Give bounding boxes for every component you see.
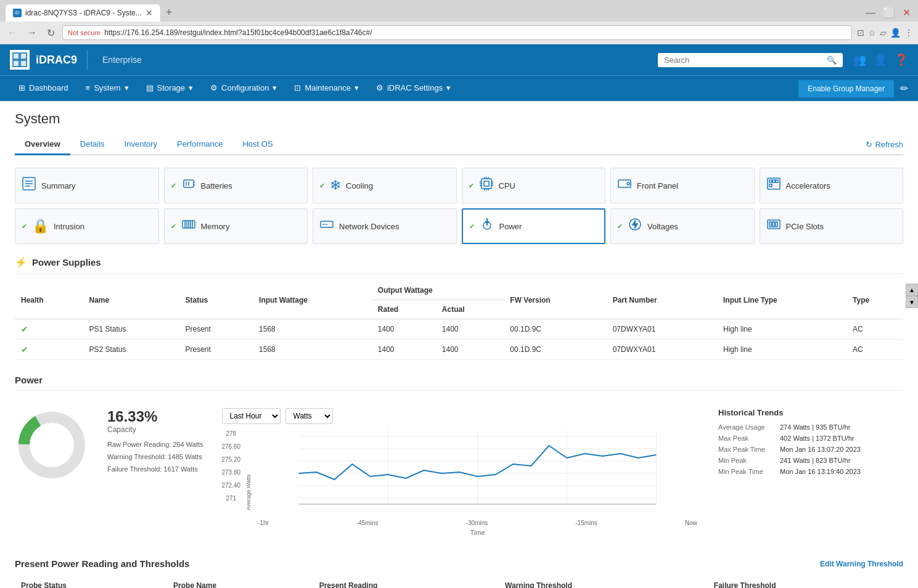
- edit-warning-threshold-link[interactable]: Edit Warning Threshold: [820, 560, 903, 568]
- nav-dashboard[interactable]: ⊞ Dashboard: [10, 76, 77, 102]
- svg-rect-51: [776, 222, 777, 227]
- ps2-input-wattage: 1568: [253, 340, 372, 360]
- col-input-line-type: Input Line Type: [717, 281, 846, 319]
- x-tick-45mins: -45mins: [356, 520, 379, 526]
- bookmark-icon[interactable]: ☆: [868, 28, 876, 38]
- cpu-tile-label: CPU: [499, 181, 515, 190]
- nav-configuration[interactable]: ⚙ Configuration ▾: [202, 76, 285, 102]
- tile-cooling[interactable]: ✔ ❄ Cooling: [313, 168, 457, 203]
- col-status: Status: [179, 281, 253, 319]
- time-range-select[interactable]: Last Hour Last Day Last Week: [222, 408, 281, 424]
- trend-row-max-time: Max Peak Time Mon Jan 16 13:07:20 2023: [718, 446, 903, 453]
- tile-voltages[interactable]: ✔ Voltages: [610, 208, 755, 244]
- memory-check-icon: ✔: [171, 223, 176, 231]
- trend-row-min: Min Peak 241 Watts | 823 BTU/hr: [718, 457, 903, 464]
- tab-favicon: iD: [13, 9, 22, 17]
- help-icon[interactable]: ❓: [895, 53, 908, 67]
- ps1-status: Present: [179, 319, 253, 340]
- tab-overview[interactable]: Overview: [15, 134, 70, 155]
- power-section: Power 16.33% Capacity Raw Power Reading:…: [15, 375, 903, 546]
- user-sessions-icon[interactable]: 👥: [853, 53, 866, 67]
- app-header: iDRAC9 Enterprise 🔍 👥 👤 ❓: [0, 44, 918, 75]
- reload-button[interactable]: ↻: [44, 26, 57, 40]
- ps1-part: 07DWXYA01: [607, 319, 717, 340]
- refresh-button[interactable]: ↻ Refresh: [866, 140, 903, 149]
- svg-rect-33: [776, 180, 778, 182]
- nav-idrac-settings[interactable]: ⚙ iDRAC Settings ▾: [367, 76, 459, 102]
- unit-select[interactable]: Watts BTU/hr: [285, 408, 333, 424]
- nav-system[interactable]: ≡ System ▾: [77, 76, 137, 102]
- col-name: Name: [83, 281, 179, 319]
- search-box[interactable]: 🔍: [658, 53, 843, 67]
- back-button[interactable]: ←: [5, 26, 20, 39]
- tab-details[interactable]: Details: [70, 134, 115, 155]
- tile-pcie-slots[interactable]: PCIe Slots: [760, 208, 904, 244]
- profile-icon[interactable]: 👤: [890, 28, 901, 38]
- tile-accelerators[interactable]: Accelerators: [760, 168, 904, 203]
- storage-dropdown-icon: ▾: [189, 83, 193, 92]
- tab-performance[interactable]: Performance: [167, 134, 232, 155]
- tile-network-devices[interactable]: Network Devices: [313, 208, 457, 244]
- sidebar-icon[interactable]: ▱: [880, 28, 887, 38]
- menu-icon[interactable]: ⋮: [904, 28, 913, 38]
- nav-maintenance[interactable]: ⊡ Maintenance ▾: [285, 76, 367, 102]
- trend-row-min-time: Min Peak Time Mon Jan 16 13:19:40 2023: [718, 468, 903, 475]
- cast-icon[interactable]: ⊡: [857, 28, 864, 38]
- front-panel-tile-label: Front Panel: [637, 181, 678, 190]
- min-peak-time-label: Min Peak Time: [718, 468, 774, 475]
- ps2-status: Present: [179, 340, 253, 360]
- col-actual: Actual: [436, 300, 504, 319]
- tile-batteries[interactable]: ✔ Batteries: [164, 168, 308, 203]
- address-input[interactable]: Not secure https://176.16.254.189/restgu…: [62, 25, 852, 40]
- chart-svg-container: -1hr -45mins -30mins -15mins Now Time: [255, 430, 700, 536]
- tab-title: idrac-8NQ7YS3 - iDRAC9 - Syste...: [25, 9, 142, 17]
- tile-summary[interactable]: Summary: [15, 168, 159, 203]
- close-window-button[interactable]: ✕: [900, 6, 913, 20]
- tab-host-os[interactable]: Host OS: [232, 134, 282, 155]
- new-tab-button[interactable]: +: [161, 6, 178, 19]
- forward-button[interactable]: →: [25, 26, 39, 39]
- ps1-rated: 1400: [372, 319, 436, 340]
- table-row: ✔ PS1 Status Present 1568 1400 1400 00.1…: [15, 319, 903, 340]
- scroll-up-button[interactable]: ▲: [906, 284, 918, 296]
- storage-icon: ▤: [146, 83, 154, 92]
- y-axis-labels: 278 276.60 275.20 273.80 272.40 271: [222, 430, 241, 502]
- present-power-table: Probe Status Probe Name Present Reading …: [15, 576, 903, 588]
- enable-group-manager-button[interactable]: Enable Group Manager: [798, 80, 894, 97]
- tile-cpu[interactable]: ✔ CPU: [462, 168, 606, 203]
- svg-rect-32: [773, 180, 775, 182]
- app-subtitle: Enterprise: [102, 55, 142, 65]
- tile-intrusion[interactable]: ✔ 🔒 Intrusion: [15, 208, 159, 244]
- cooling-tile-icon: ❄: [330, 178, 341, 194]
- tab-close-button[interactable]: ✕: [145, 8, 153, 18]
- min-peak-label: Min Peak: [718, 457, 774, 464]
- main-content: System Overview Details Inventory Perfor…: [0, 101, 918, 588]
- tile-front-panel[interactable]: Front Panel: [610, 168, 755, 203]
- ps2-health: ✔: [15, 340, 83, 360]
- user-icon[interactable]: 👤: [874, 53, 887, 67]
- col-output-wattage: Output Wattage: [372, 281, 504, 300]
- power-tile-icon: [480, 217, 494, 235]
- batteries-tile-icon: [181, 176, 196, 195]
- network-tile-label: Network Devices: [339, 222, 400, 231]
- tab-inventory[interactable]: Inventory: [115, 134, 167, 155]
- ps2-actual: 1400: [436, 340, 504, 360]
- scroll-down-button[interactable]: ▼: [906, 296, 918, 308]
- accelerators-tile-label: Accelerators: [786, 181, 830, 190]
- tile-memory[interactable]: ✔ Memory: [164, 208, 308, 244]
- failure-threshold: Failure Threshold: 1617 Watts: [107, 463, 203, 476]
- nav-maintenance-label: Maintenance: [305, 83, 350, 92]
- active-tab[interactable]: iD idrac-8NQ7YS3 - iDRAC9 - Syste... ✕: [5, 4, 161, 22]
- intrusion-check-icon: ✔: [22, 223, 27, 231]
- minimize-button[interactable]: —: [863, 6, 878, 20]
- tile-power[interactable]: ✔ Power: [462, 208, 606, 244]
- power-supplies-section-header: ⚡ Power Supplies: [15, 256, 903, 274]
- y-tick-27240: 272.40: [222, 482, 241, 489]
- memory-tile-icon: [181, 217, 196, 235]
- max-peak-time-label: Max Peak Time: [718, 446, 774, 453]
- restore-button[interactable]: ⬜: [880, 6, 898, 20]
- edit-pencil-button[interactable]: ✏: [900, 83, 908, 94]
- search-input[interactable]: [664, 55, 823, 65]
- nav-storage[interactable]: ▤ Storage ▾: [137, 76, 202, 102]
- y-tick-27380: 273.80: [222, 469, 241, 476]
